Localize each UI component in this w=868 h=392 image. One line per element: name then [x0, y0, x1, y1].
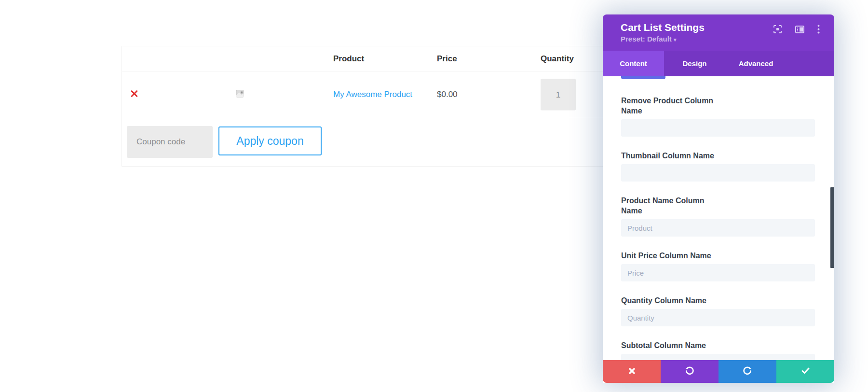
field-remove-product-column-name: Remove Product Column Name: [621, 96, 815, 137]
field-label: Thumbnail Column Name: [621, 151, 725, 161]
coupon-code-input[interactable]: [127, 126, 213, 158]
tab-advanced[interactable]: Advanced: [725, 51, 787, 76]
remove-item-icon[interactable]: [128, 90, 140, 100]
modal-header-icons: [773, 25, 820, 36]
column-header-product: Product: [333, 46, 364, 71]
column-header-price: Price: [437, 46, 457, 71]
cart-list-settings-modal: Cart List Settings Preset: Default▾: [603, 14, 834, 383]
redo-icon: [743, 366, 752, 377]
redo-button[interactable]: [719, 360, 776, 383]
modal-content-area: Remove Product Column Name Thumbnail Col…: [603, 76, 834, 383]
remove-product-column-name-input[interactable]: [621, 119, 815, 137]
preset-selector[interactable]: Preset: Default▾: [621, 35, 821, 43]
field-label: Unit Price Column Name: [621, 251, 725, 261]
field-label: Subtotal Column Name: [621, 340, 725, 350]
kebab-menu-icon[interactable]: [817, 25, 820, 36]
product-price: $0.00: [437, 90, 458, 99]
field-thumbnail-column-name: Thumbnail Column Name: [621, 151, 815, 182]
field-quantity-column-name: Quantity Column Name: [621, 295, 815, 326]
product-name-column-name-input[interactable]: [621, 219, 815, 237]
check-icon: [801, 367, 810, 376]
quantity-input[interactable]: [541, 79, 576, 111]
active-tab-indicator: [621, 76, 665, 79]
modal-tabs: Content Design Advanced: [603, 51, 834, 76]
field-label: Quantity Column Name: [621, 295, 725, 306]
undo-button[interactable]: [661, 360, 719, 383]
field-label: Remove Product Column Name: [621, 96, 725, 116]
quantity-column-name-input[interactable]: [621, 309, 815, 326]
field-product-name-column-name: Product Name Column Name: [621, 196, 815, 237]
caret-down-icon: ▾: [674, 37, 677, 42]
discard-button[interactable]: [603, 360, 661, 383]
page: Product Price Quantity My Awesome Produc…: [0, 0, 868, 392]
column-header-quantity: Quantity: [541, 46, 574, 71]
layout-toggle-icon[interactable]: [795, 26, 804, 35]
thumbnail-column-name-input[interactable]: [621, 164, 815, 182]
field-label: Product Name Column Name: [621, 196, 725, 216]
tab-design[interactable]: Design: [664, 51, 725, 76]
preset-label: Preset: Default: [621, 35, 672, 43]
expand-icon[interactable]: [773, 25, 782, 36]
undo-icon: [685, 366, 694, 377]
field-unit-price-column-name: Unit Price Column Name: [621, 251, 815, 281]
product-name-link[interactable]: My Awesome Product: [333, 90, 412, 99]
modal-footer: [603, 360, 834, 383]
tab-content[interactable]: Content: [603, 51, 664, 76]
unit-price-column-name-input[interactable]: [621, 264, 815, 281]
modal-scrollbar-thumb[interactable]: [830, 187, 834, 268]
save-button[interactable]: [776, 360, 834, 383]
modal-header[interactable]: Cart List Settings Preset: Default▾: [603, 14, 834, 51]
x-icon: [628, 367, 636, 376]
product-thumbnail-placeholder-icon: [236, 90, 244, 100]
apply-coupon-button[interactable]: Apply coupon: [218, 126, 322, 155]
